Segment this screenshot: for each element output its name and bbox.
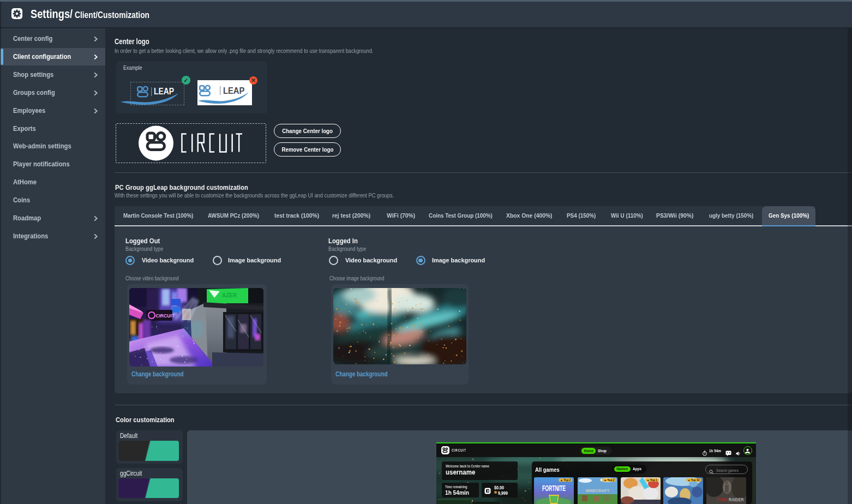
svg-text:MINECRAFT: MINECRAFT <box>586 488 610 493</box>
svg-text:LEAP: LEAP <box>223 86 245 96</box>
svg-text:LEAP: LEAP <box>154 87 174 97</box>
svg-text:FORTNITE: FORTNITE <box>542 484 566 493</box>
svg-text:RAIDER: RAIDER <box>729 497 744 503</box>
svg-text:AZER: AZER <box>222 292 237 298</box>
svg-text:TOMB: TOMB <box>716 497 728 503</box>
svg-text:CIRCUIT: CIRCUIT <box>156 313 175 319</box>
